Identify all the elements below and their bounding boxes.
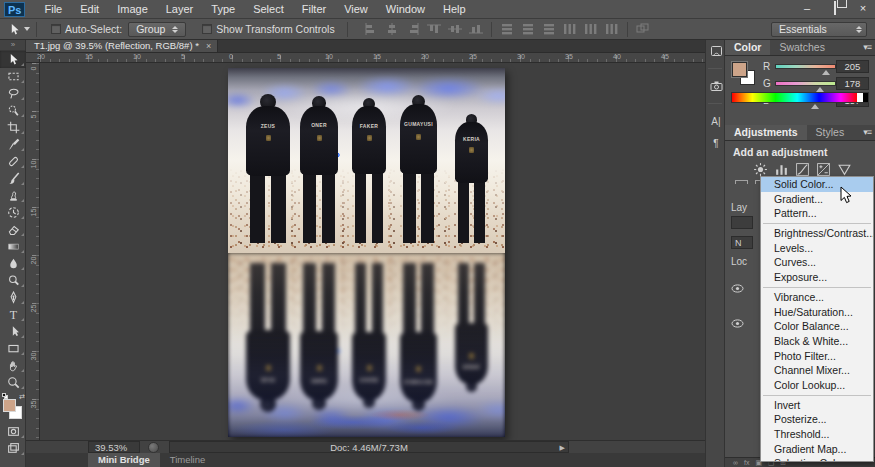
menu-item-vibrance[interactable]: Vibrance... <box>761 290 873 305</box>
spot-healing-brush-tool-button[interactable] <box>0 153 26 170</box>
menu-type[interactable]: Type <box>202 0 244 18</box>
mini-bridge-panel-icon[interactable] <box>706 40 726 62</box>
tab-styles[interactable]: Styles <box>807 125 854 140</box>
menu-item-levels[interactable]: Levels... <box>761 241 873 256</box>
distribute-horizontal-centers-icon[interactable] <box>584 23 598 35</box>
menu-item-gradient[interactable]: Gradient... <box>761 192 873 207</box>
layer-effects-icon[interactable]: fx <box>744 458 749 467</box>
blend-mode-dropdown[interactable]: N <box>731 236 753 249</box>
pen-tool-button[interactable] <box>0 289 26 306</box>
color-spectrum-ramp[interactable] <box>731 92 869 103</box>
menu-edit[interactable]: Edit <box>71 0 108 18</box>
align-right-edges-icon[interactable] <box>406 23 420 35</box>
eraser-tool-button[interactable] <box>0 221 26 238</box>
distribute-right-edges-icon[interactable] <box>605 23 619 35</box>
lasso-tool-button[interactable] <box>0 85 26 102</box>
eyedropper-tool-button[interactable] <box>0 136 26 153</box>
menu-select[interactable]: Select <box>244 0 293 18</box>
quick-selection-tool-button[interactable] <box>0 102 26 119</box>
levels-adjustment-icon[interactable] <box>774 162 789 176</box>
align-vertical-centers-icon[interactable] <box>448 23 462 35</box>
distribute-bottom-edges-icon[interactable] <box>542 23 556 35</box>
panel-menu-icon[interactable]: ▾≡ <box>863 42 871 52</box>
tab-adjustments[interactable]: Adjustments <box>725 125 807 140</box>
curves-adjustment-icon[interactable] <box>795 162 810 176</box>
zoom-tool-button[interactable] <box>0 374 26 391</box>
layer-visibility-eye-icon[interactable] <box>731 319 744 328</box>
hand-tool-button[interactable] <box>0 357 26 374</box>
channel-value-field[interactable]: 178 <box>836 77 869 90</box>
paragraph-panel-icon[interactable]: ¶ <box>706 132 726 154</box>
slider-thumb-icon[interactable] <box>816 87 824 92</box>
layers-filter-box[interactable] <box>731 216 753 229</box>
tab-swatches[interactable]: Swatches <box>770 40 834 55</box>
align-left-edges-icon[interactable] <box>364 23 378 35</box>
clone-stamp-tool-button[interactable] <box>0 187 26 204</box>
brightness-contrast-adjustment-icon[interactable] <box>753 162 768 176</box>
move-tool-button[interactable] <box>0 51 26 68</box>
menu-item-threshold[interactable]: Threshold... <box>761 427 873 442</box>
quick-mask-button[interactable] <box>0 423 26 440</box>
channel-value-field[interactable]: 205 <box>836 60 869 73</box>
rectangular-marquee-tool-button[interactable] <box>0 68 26 85</box>
channel-slider[interactable] <box>775 64 836 69</box>
brush-tool-button[interactable] <box>0 170 26 187</box>
crop-tool-button[interactable] <box>0 119 26 136</box>
menu-item-channel-mixer[interactable]: Channel Mixer... <box>761 363 873 378</box>
menu-filter[interactable]: Filter <box>293 0 335 18</box>
menu-item-exposure[interactable]: Exposure... <box>761 270 873 285</box>
screen-mode-button[interactable] <box>0 440 26 457</box>
move-tool-preset[interactable] <box>8 23 30 36</box>
menu-item-invert[interactable]: Invert <box>761 398 873 413</box>
align-bottom-edges-icon[interactable] <box>469 23 483 35</box>
menu-file[interactable]: File <box>35 0 71 18</box>
link-layers-icon[interactable]: ∞ <box>733 458 738 467</box>
minimize-button[interactable]: – <box>800 2 814 15</box>
history-brush-tool-button[interactable] <box>0 204 26 221</box>
menu-layer[interactable]: Layer <box>157 0 203 18</box>
menu-window[interactable]: Window <box>377 0 434 18</box>
layers-tab-label[interactable]: Lay <box>731 202 747 213</box>
slider-thumb-icon[interactable] <box>811 104 819 109</box>
swap-colors-icon[interactable]: ⇄ <box>19 393 25 401</box>
restore-button[interactable] <box>828 2 842 15</box>
tab-color[interactable]: Color <box>725 40 770 55</box>
auto-select-checkbox[interactable] <box>51 24 61 34</box>
foreground-color-swatch[interactable] <box>732 62 747 77</box>
panel-menu-icon[interactable]: ▾≡ <box>863 127 871 137</box>
menu-item-pattern[interactable]: Pattern... <box>761 206 873 221</box>
bottom-tab-mini-bridge[interactable]: Mini Bridge <box>88 453 160 467</box>
distribute-top-edges-icon[interactable] <box>500 23 514 35</box>
document-tab[interactable]: T1.jpg @ 39.5% (Reflection, RGB/8#) * × <box>26 40 218 52</box>
document-info-field[interactable]: Doc: 4.46M/7.73M ▶ <box>169 441 569 453</box>
distribute-vertical-centers-icon[interactable] <box>521 23 535 35</box>
status-arrow-icon[interactable]: ▶ <box>560 442 565 453</box>
menu-item-hue-saturation[interactable]: Hue/Saturation... <box>761 305 873 320</box>
show-transform-checkbox[interactable] <box>202 24 212 34</box>
tools-collapse-toggle[interactable]: » <box>0 40 25 51</box>
menu-item-curves[interactable]: Curves... <box>761 255 873 270</box>
canvas-area[interactable]: ZEUSONERFAKERGUMAYUSIKERIA ZEUSONERFAKER… <box>40 63 705 440</box>
history-panel-icon[interactable] <box>706 75 726 97</box>
menu-item-brightness-contrast[interactable]: Brightness/Contrast... <box>761 226 873 241</box>
type-tool-button[interactable]: T <box>0 306 26 323</box>
menu-item-photo-filter[interactable]: Photo Filter... <box>761 349 873 364</box>
bottom-tab-timeline[interactable]: Timeline <box>160 453 216 467</box>
channel-slider[interactable] <box>775 81 836 86</box>
menu-item-color-lookup[interactable]: Color Lookup... <box>761 378 873 393</box>
exposure-adjustment-icon[interactable] <box>816 162 831 176</box>
auto-select-target-dropdown[interactable]: Group <box>128 22 186 37</box>
document-close-icon[interactable]: × <box>206 40 211 52</box>
character-panel-icon[interactable]: A| <box>706 110 726 132</box>
menu-item-solid-color[interactable]: Solid Color... <box>761 177 873 192</box>
menu-item-selective-color[interactable]: Selective Color... <box>761 456 873 462</box>
rectangle-tool-button[interactable] <box>0 340 26 357</box>
distribute-left-edges-icon[interactable] <box>563 23 577 35</box>
close-button[interactable]: × <box>856 2 870 15</box>
menu-item-color-balance[interactable]: Color Balance... <box>761 319 873 334</box>
slider-thumb-icon[interactable] <box>822 70 830 75</box>
blur-tool-button[interactable] <box>0 255 26 272</box>
foreground-color-swatch[interactable] <box>3 399 16 412</box>
menu-view[interactable]: View <box>335 0 377 18</box>
path-selection-tool-button[interactable] <box>0 323 26 340</box>
